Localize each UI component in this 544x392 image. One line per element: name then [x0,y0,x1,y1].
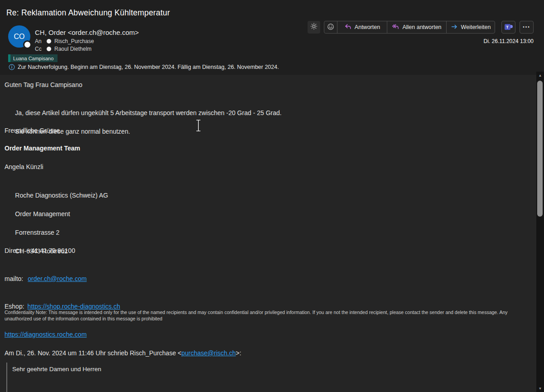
more-actions-button[interactable]: ••• [520,21,534,34]
website-row: https://diagnostics.roche.com [5,330,120,339]
theme-toggle-button[interactable] [308,21,320,34]
paragraph-1: Ja, diese Artikel dürfen ungekühlt 5 Arb… [5,99,282,145]
quote-sender-email-link[interactable]: purchase@risch.ch [182,349,236,357]
quoted-message-header: Am Di., 26. Nov. 2024 um 11:46 Uhr schri… [5,348,241,358]
direct-label: Direct: [5,247,23,254]
teams-icon: T [505,24,513,31]
to-recipient[interactable]: Risch_Purchase [54,38,94,44]
presence-dot-icon [47,39,51,44]
quote-header-prefix: Am Di., 26. Nov. 2024 um 11:46 Uhr schri… [5,349,182,357]
mailto-row: mailto:order.ch@roche.com [5,274,120,284]
presence-dot-icon [47,47,51,51]
reply-button[interactable]: Antworten [337,21,387,33]
to-label: An [35,38,44,44]
scroll-up-arrow-icon[interactable]: ▲ [536,73,544,77]
reply-all-arrow-icon [392,23,399,32]
smiley-icon [327,23,334,32]
cc-recipients-row: Cc Raoul Diethelm [35,46,91,52]
vertical-scrollbar[interactable]: ▲ ▼ [536,72,544,392]
confidentiality-note: Confidentiality Note: This message is in… [5,309,532,322]
scroll-down-arrow-icon[interactable]: ▼ [536,387,544,391]
to-recipients-row: An Risch_Purchase [35,38,94,44]
sender-name[interactable]: CH, Order <order.ch@roche.com> [35,29,139,36]
quote-header-suffix: >: [236,349,241,357]
email-subject: Re: Reklamation Abweichung Kühltemperatu… [6,8,170,18]
cc-label: Cc [35,46,44,52]
mailto-label: mailto: [5,275,23,282]
reply-all-button-label: Allen antworten [402,24,441,30]
greeting-line: Guten Tag Frau Campisano [5,80,82,90]
category-tag[interactable]: Luana Campisano [8,54,58,62]
forward-arrow-icon [451,23,458,32]
signature-contact-block: Direct:+41 41 79 96100 mailto:order.ch@r… [5,227,120,358]
reply-button-label: Antworten [355,24,380,30]
quoted-greeting: Sehr geehrte Damen und Herren [12,366,101,373]
followup-flag-row: Zur Nachverfolgung. Beginn am Dienstag, … [9,64,279,70]
share-to-teams-button[interactable]: T [501,21,515,34]
reply-all-button[interactable]: Allen antworten [387,21,446,33]
sun-icon [310,23,318,32]
signature-team: Order Management Team [5,144,80,153]
closing-line: Freundliche Grüsse [5,126,60,136]
presence-badge [23,40,32,49]
cc-recipient[interactable]: Raoul Diethelm [54,46,91,52]
mailto-link[interactable]: order.ch@roche.com [28,275,87,282]
message-body: Guten Tag Frau Campisano Ja, diese Artik… [0,75,536,392]
add-reaction-button[interactable] [324,21,337,33]
forward-button[interactable]: Weiterleiten [446,21,495,33]
info-icon [9,64,15,70]
paragraph-1-line-1: Ja, diese Artikel dürfen ungekühlt 5 Arb… [15,109,281,116]
signature-department: Order Management [15,210,70,218]
reply-actions-group: Antworten Allen antworten Weiterleiten [324,21,495,34]
direct-phone-row: Direct:+41 41 79 96100 [5,246,120,256]
quoted-message-block: Sehr geehrte Damen und Herren [6,363,523,392]
website-link[interactable]: https://diagnostics.roche.com [5,331,87,338]
text-cursor [195,119,202,134]
forward-button-label: Weiterleiten [461,24,491,30]
message-date: Di. 26.11.2024 13:00 [483,38,534,44]
followup-text: Zur Nachverfolgung. Beginn am Dienstag, … [18,64,279,70]
signature-company: Roche Diagnostics (Schweiz) AG [15,192,108,199]
direct-phone-value: +41 41 79 96100 [27,247,75,254]
signature-name: Angela Künzli [5,162,43,172]
reply-arrow-icon [344,23,351,32]
email-reading-pane: Re: Reklamation Abweichung Kühltemperatu… [0,0,544,392]
scrollbar-thumb[interactable] [537,81,543,217]
